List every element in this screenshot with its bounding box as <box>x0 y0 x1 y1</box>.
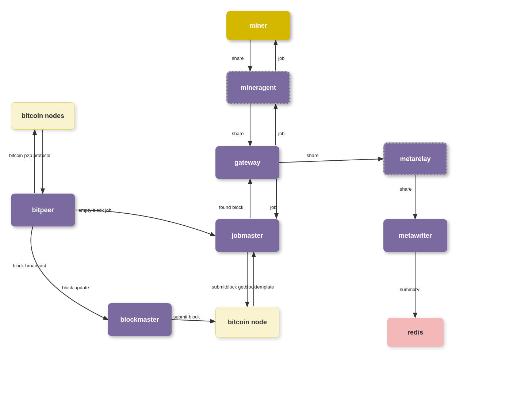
bitcoin-nodes-node: bitcoin nodes <box>11 102 75 130</box>
metarelay-node: metarelay <box>383 142 447 175</box>
block-update-label: block update <box>62 285 89 290</box>
metawriter-label: metawriter <box>399 232 432 240</box>
found-block-label: found block <box>219 205 244 210</box>
share-right-label: share <box>307 153 319 158</box>
miner-node: miner <box>226 11 290 40</box>
metarelay-label: metarelay <box>400 155 430 163</box>
block-broadcast-left-label: block broadcast <box>13 263 46 268</box>
svg-line-5 <box>279 159 383 163</box>
share-top-label: share <box>232 56 244 61</box>
mineragent-label: mineragent <box>241 84 276 92</box>
job-gw-label: job <box>270 205 276 210</box>
gateway-node: gateway <box>215 146 279 179</box>
bitcoin-node-label: bitcoin node <box>228 318 267 326</box>
blockmaster-node: blockmaster <box>108 303 172 336</box>
gateway-label: gateway <box>234 159 260 167</box>
bitcoin-nodes-label: bitcoin nodes <box>22 112 64 120</box>
redis-label: redis <box>407 329 423 336</box>
jobmaster-node: jobmaster <box>215 219 279 252</box>
blockmaster-label: blockmaster <box>120 316 159 324</box>
empty-block-job-label: empty block job <box>78 207 111 213</box>
diagram: miner mineragent gateway metarelay bitco… <box>0 0 517 420</box>
share-mid-label: share <box>232 131 244 136</box>
svg-line-10 <box>172 320 215 321</box>
bitpeer-label: bitpeer <box>32 206 54 214</box>
arrows-svg <box>0 0 517 420</box>
share-meta-label: share <box>400 186 412 192</box>
bitcoin-node-node: bitcoin node <box>215 307 279 338</box>
bitcoin-p2p-label: bitcoin p2p protocol <box>9 153 50 158</box>
mineragent-node: mineragent <box>226 71 290 104</box>
miner-label: miner <box>249 22 267 30</box>
summary-label: summary <box>400 287 419 292</box>
jobmaster-label: jobmaster <box>231 232 263 240</box>
metawriter-node: metawriter <box>383 219 447 252</box>
redis-node: redis <box>387 318 444 347</box>
submitblock-label: submitblock getblocktemplate <box>212 284 274 290</box>
bitpeer-node: bitpeer <box>11 194 75 226</box>
job-top-label: job <box>278 56 284 61</box>
submit-block-label: submit block <box>173 314 200 320</box>
job-mid-label: job <box>278 131 284 136</box>
